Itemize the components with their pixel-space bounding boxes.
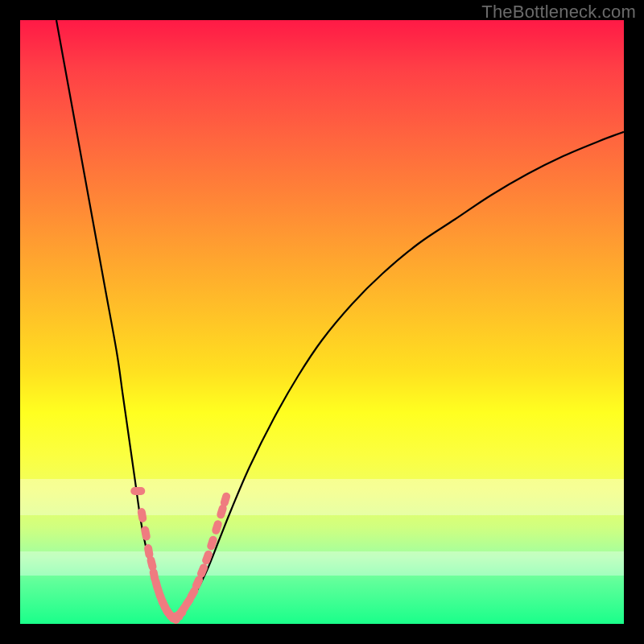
right-curve	[171, 132, 625, 618]
left-curve	[56, 20, 171, 618]
curve-layer	[20, 20, 624, 624]
watermark-text: TheBottleneck.com	[481, 2, 636, 23]
marker	[140, 526, 151, 542]
marker	[137, 507, 147, 522]
plot-area	[20, 20, 624, 624]
chart-frame: TheBottleneck.com	[0, 0, 644, 644]
right-markers	[169, 491, 232, 621]
marker	[130, 487, 145, 495]
